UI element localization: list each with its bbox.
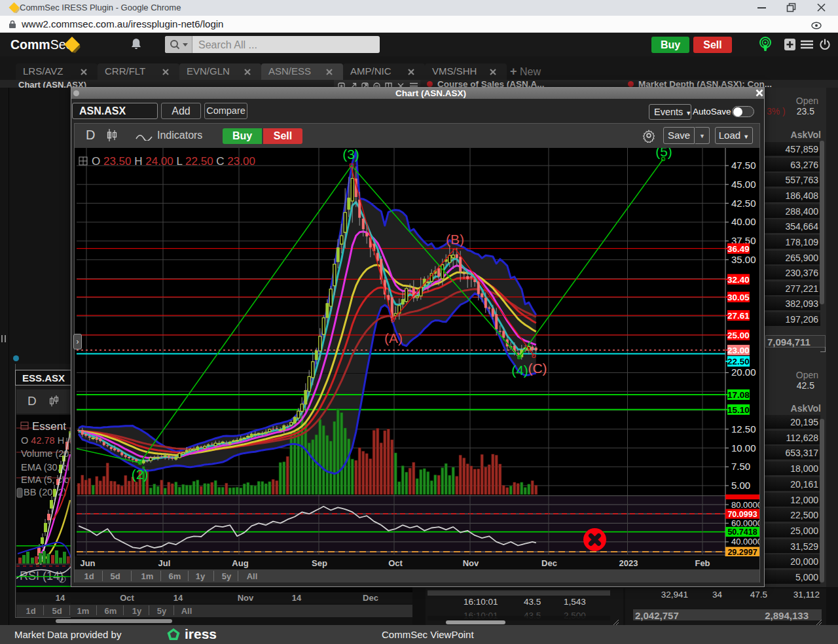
svg-text:70.0993: 70.0993 <box>727 510 757 519</box>
svg-text:47.50: 47.50 <box>731 160 756 171</box>
svg-text:80.0000: 80.0000 <box>731 500 759 510</box>
svg-text:10.00: 10.00 <box>731 442 756 454</box>
svg-text:23.00: 23.00 <box>727 346 750 355</box>
svg-text:12.50: 12.50 <box>731 423 756 435</box>
svg-text:(4): (4) <box>511 363 528 378</box>
svg-text:RSI (14): RSI (14) <box>20 569 64 582</box>
svg-text:30.05: 30.05 <box>727 293 750 302</box>
svg-text:(5): (5) <box>655 148 672 159</box>
svg-text:29.2997: 29.2997 <box>727 548 757 556</box>
svg-text:50.7418: 50.7418 <box>727 528 757 537</box>
svg-text:32.40: 32.40 <box>727 275 750 285</box>
svg-text:27.61: 27.61 <box>727 311 750 321</box>
svg-text:40.0000: 40.0000 <box>731 537 759 546</box>
svg-text:45.00: 45.00 <box>731 179 756 190</box>
svg-text:15.10: 15.10 <box>727 405 750 415</box>
svg-text:42.50: 42.50 <box>731 198 756 209</box>
svg-text:(3): (3) <box>342 148 359 162</box>
svg-text:(C): (C) <box>528 361 547 376</box>
svg-text:(2): (2) <box>132 467 149 482</box>
svg-text:7.50: 7.50 <box>731 461 750 472</box>
svg-text:60.0000: 60.0000 <box>731 518 759 528</box>
svg-text:(B): (B) <box>446 232 464 247</box>
svg-text:EMA (5, clo: EMA (5, clo <box>21 474 69 485</box>
svg-text:35.00: 35.00 <box>731 254 756 265</box>
svg-text:20.00: 20.00 <box>731 367 756 378</box>
svg-text:5.00: 5.00 <box>731 480 750 491</box>
svg-text:(A): (A) <box>384 331 403 346</box>
svg-text:O 23.50 H 24.00 L 22.50 C 23: O 23.50 H 24.00 L 22.50 C 23.00 <box>92 155 255 168</box>
svg-text:36.49: 36.49 <box>727 244 750 254</box>
svg-text:Volume (20: Volume (20 <box>21 448 69 459</box>
svg-text:22.50: 22.50 <box>727 357 750 367</box>
svg-text:O 42.78 H 4: O 42.78 H 4 <box>21 435 71 446</box>
svg-text:40.00: 40.00 <box>731 216 756 227</box>
svg-text:25.00: 25.00 <box>727 331 750 340</box>
svg-text:Essent: Essent <box>32 420 66 433</box>
svg-text:17.08: 17.08 <box>727 390 750 400</box>
